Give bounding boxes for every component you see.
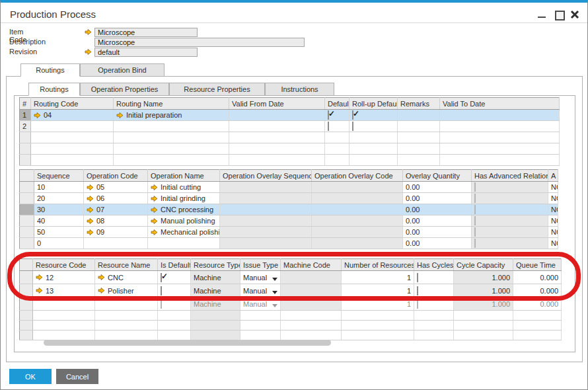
default-checkbox[interactable] xyxy=(328,122,329,131)
routing-row-empty[interactable] xyxy=(20,143,560,155)
operation-code-cell[interactable]: 05 xyxy=(96,183,104,191)
resource-code-cell[interactable]: 12 xyxy=(46,274,54,282)
routing-row-1[interactable]: 1 04 Initial preparation xyxy=(20,110,560,121)
rollup-default-checkbox[interactable] xyxy=(352,110,353,120)
a-cell[interactable]: NC xyxy=(548,215,558,227)
sequence-cell[interactable]: 0 xyxy=(34,238,84,249)
sequence-cell[interactable]: 20 xyxy=(34,193,84,204)
routing-name-cell[interactable]: Initial preparation xyxy=(126,111,182,119)
operation-name-cell[interactable]: Mechanical polishing xyxy=(161,228,220,236)
has-cycles-checkbox[interactable] xyxy=(417,273,418,282)
a-cell[interactable]: NC xyxy=(548,204,558,215)
col-default[interactable]: Default xyxy=(325,98,349,110)
link-arrow-icon[interactable] xyxy=(151,195,158,202)
routing-row-2[interactable]: 2 xyxy=(20,121,560,132)
col-a[interactable]: A xyxy=(548,170,558,182)
col-resource-name[interactable]: Resource Name xyxy=(95,259,158,271)
horizontal-scrollbar[interactable] xyxy=(44,340,331,346)
resource-row-polisher[interactable]: 13 Polisher Machine Manual 1 1.000 0.000 xyxy=(20,284,562,297)
row-number[interactable]: 1 xyxy=(20,110,31,121)
routing-code-cell[interactable] xyxy=(31,121,114,132)
remarks-cell[interactable] xyxy=(398,110,440,121)
resource-name-cell[interactable] xyxy=(95,297,158,311)
operation-code-cell[interactable]: 08 xyxy=(96,217,104,225)
maximize-icon[interactable] xyxy=(554,10,564,19)
rollup-default-checkbox[interactable] xyxy=(352,122,353,131)
resource-row-cnc[interactable]: 12 CNC Machine Manual 1 1.000 0.000 xyxy=(20,271,562,284)
operation-row-selected[interactable]: 30 07 CNC processing 0.00 NC xyxy=(20,204,558,215)
col-valid-from[interactable]: Valid From Date xyxy=(229,98,325,110)
col-is-default[interactable]: Is Default xyxy=(158,259,191,271)
resource-row-new[interactable]: Machine Manual 1 1.000 0.000 xyxy=(20,297,562,311)
link-arrow-icon[interactable] xyxy=(98,274,105,281)
link-arrow-icon[interactable] xyxy=(151,229,158,236)
queue-time-cell[interactable]: 0.000 xyxy=(513,297,562,311)
number-of-resources-cell[interactable]: 1 xyxy=(342,284,414,297)
routing-code-cell[interactable]: 04 xyxy=(44,111,52,119)
col-routing-code[interactable]: Routing Code xyxy=(31,98,114,110)
overlay-quantity-cell[interactable]: 0.00 xyxy=(403,227,472,238)
has-advanced-relations-checkbox[interactable] xyxy=(474,239,476,248)
tab-operation-bind[interactable]: Operation Bind xyxy=(80,63,165,77)
number-of-resources-cell[interactable]: 1 xyxy=(342,271,414,284)
tab-instructions[interactable]: Instructions xyxy=(265,83,334,96)
col-issue-type[interactable]: Issue Type xyxy=(240,259,281,271)
minimize-icon[interactable] xyxy=(537,10,546,19)
operation-name-cell[interactable]: Initial grinding xyxy=(161,194,205,202)
tab-routings-inner[interactable]: Routings xyxy=(28,83,80,96)
overlay-quantity-cell[interactable]: 0.00 xyxy=(403,204,472,215)
operation-row[interactable]: 20 06 Initial grinding 0.00 NC xyxy=(20,193,558,204)
col-routing-name[interactable]: Routing Name xyxy=(114,98,229,110)
revision-field[interactable]: default xyxy=(94,48,198,57)
operation-row[interactable]: 0 0.00 NC xyxy=(20,238,558,249)
cancel-button[interactable]: Cancel xyxy=(56,369,98,384)
resource-name-cell[interactable]: Polisher xyxy=(108,287,134,295)
tab-operation-properties[interactable]: Operation Properties xyxy=(80,83,169,96)
has-advanced-relations-checkbox[interactable] xyxy=(474,227,476,237)
is-default-checkbox[interactable] xyxy=(161,286,162,295)
operation-code-cell[interactable] xyxy=(84,238,148,249)
item-code-field[interactable]: Microscope xyxy=(94,28,198,37)
routing-name-cell[interactable] xyxy=(114,121,229,132)
valid-to-cell[interactable] xyxy=(440,110,560,121)
col-remarks[interactable]: Remarks xyxy=(398,98,440,110)
has-advanced-relations-checkbox[interactable] xyxy=(474,194,476,203)
is-default-checkbox[interactable] xyxy=(161,299,162,309)
col-has-advanced-relations[interactable]: Has Advanced Relations xyxy=(472,170,548,182)
operation-name-cell[interactable]: Manual polishing xyxy=(161,217,215,225)
tab-routings-outer[interactable]: Routings xyxy=(20,63,80,77)
row-number[interactable]: 2 xyxy=(20,121,31,132)
default-checkbox[interactable] xyxy=(328,110,329,120)
link-arrow-icon[interactable] xyxy=(87,206,94,214)
col-machine-code[interactable]: Machine Code xyxy=(281,259,342,271)
link-arrow-icon[interactable] xyxy=(151,184,158,191)
overlay-quantity-cell[interactable]: 0.00 xyxy=(403,193,472,204)
operation-name-cell[interactable]: CNC processing xyxy=(161,206,213,214)
has-advanced-relations-checkbox[interactable] xyxy=(474,216,476,225)
routing-row-empty[interactable] xyxy=(20,155,560,166)
valid-from-cell[interactable] xyxy=(229,121,325,132)
a-cell[interactable]: NC xyxy=(548,182,558,193)
overlay-quantity-cell[interactable]: 0.00 xyxy=(403,215,472,227)
sequence-cell[interactable]: 50 xyxy=(34,227,84,238)
col-valid-to[interactable]: Valid To Date xyxy=(440,98,560,110)
ok-button[interactable]: OK xyxy=(9,369,52,384)
operation-name-cell[interactable]: Initial cutting xyxy=(161,183,201,191)
sequence-cell[interactable]: 30 xyxy=(34,204,84,215)
a-cell[interactable]: NC xyxy=(548,227,558,238)
operation-code-cell[interactable]: 09 xyxy=(96,228,104,236)
link-arrow-icon[interactable] xyxy=(87,195,94,202)
col-operation-name[interactable]: Operation Name xyxy=(148,170,220,182)
issue-type-dropdown[interactable]: Manual xyxy=(240,297,281,311)
col-has-cycles[interactable]: Has Cycles xyxy=(414,259,454,271)
link-arrow-icon[interactable] xyxy=(34,112,41,119)
col-resource-code[interactable]: Resource Code xyxy=(33,259,95,271)
has-advanced-relations-checkbox[interactable] xyxy=(474,182,476,192)
issue-type-dropdown[interactable]: Manual xyxy=(240,284,281,297)
col-num[interactable]: # xyxy=(20,98,31,110)
close-icon[interactable] xyxy=(570,10,579,19)
link-arrow-icon[interactable] xyxy=(151,217,158,225)
a-cell[interactable]: NC xyxy=(548,193,558,204)
sequence-cell[interactable]: 40 xyxy=(34,215,84,227)
dropdown-arrow-icon[interactable] xyxy=(272,291,277,294)
